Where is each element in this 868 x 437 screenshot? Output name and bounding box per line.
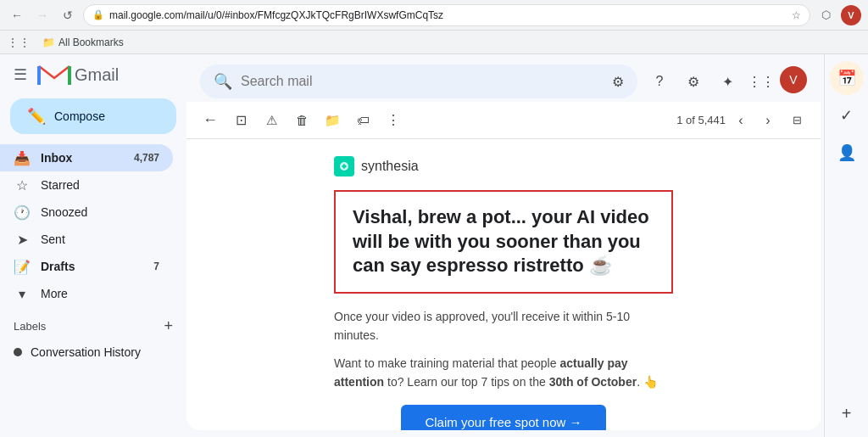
right-sidebar: 📅 ✓ 👤 + (824, 54, 868, 437)
inbox-icon: 📥 (14, 150, 31, 166)
search-bar[interactable]: 🔍 ⚙ (200, 64, 637, 98)
contacts-button[interactable]: 👤 (830, 136, 864, 170)
add-apps-button[interactable]: + (830, 396, 864, 430)
sent-label: Sent (41, 233, 65, 246)
menu-icon[interactable]: ☰ (14, 65, 27, 84)
label-button[interactable]: 🏷 (349, 107, 376, 134)
main-area: 🔍 ⚙ ? ⚙ ✦ ⋮⋮ V ← ⊡ ⚠ 🗑 📁 🏷 ⋮ 1 of 5,441 (186, 61, 821, 430)
cta-button[interactable]: Claim your free spot now → (401, 405, 605, 430)
svg-rect-1 (68, 66, 71, 85)
gmail-wordmark: Gmail (75, 65, 119, 85)
label-dot-icon (14, 348, 22, 356)
gmail-logo-svg (37, 63, 71, 87)
label-item-conversation-history[interactable]: Conversation History (0, 339, 173, 366)
email-toolbar: ← ⊡ ⚠ 🗑 📁 🏷 ⋮ 1 of 5,441 ‹ › ⊟ (186, 102, 821, 139)
compose-label: Compose (54, 109, 105, 123)
apps-icon[interactable]: ⋮⋮ (7, 36, 31, 49)
search-filter-icon[interactable]: ⚙ (612, 74, 624, 90)
drafts-label: Drafts (41, 260, 75, 273)
svg-rect-0 (37, 66, 41, 85)
more-label: More (41, 287, 68, 300)
bookmark-folder-icon: 📁 (42, 36, 55, 48)
address-bar[interactable]: 🔒 mail.google.com/mail/u/0/#inbox/FMfcgz… (83, 4, 810, 26)
body2-date: 30th of October (549, 375, 637, 389)
move-to-button[interactable]: 📁 (319, 107, 346, 134)
star-icon[interactable]: ☆ (792, 9, 801, 21)
snoozed-icon: 🕐 (14, 204, 31, 221)
body2-prefix: Want to make training material that peop… (334, 356, 559, 370)
nav-refresh-button[interactable]: ↺ (58, 5, 78, 25)
sidebar-item-snoozed[interactable]: 🕐 Snoozed (0, 199, 173, 226)
labels-title: Labels (14, 320, 46, 333)
synthesia-logo: synthesia (334, 156, 673, 176)
view-mode-button[interactable]: ⊟ (783, 109, 810, 132)
gmail-topbar: 🔍 ⚙ ? ⚙ ✦ ⋮⋮ V (186, 61, 821, 102)
inbox-count: 4,787 (134, 152, 159, 164)
bookmarks-bar: ⋮⋮ 📁 All Bookmarks (0, 31, 868, 54)
prev-email-button[interactable]: ‹ (729, 109, 753, 132)
body2-emoji: . 👆 (637, 375, 658, 389)
email-body: synthesia Vishal, brew a pot... your AI … (334, 156, 673, 430)
email-content: synthesia Vishal, brew a pot... your AI … (186, 139, 821, 430)
email-headline-box: Vishal, brew a pot... your AI video will… (334, 190, 673, 294)
starred-icon: ☆ (14, 177, 31, 193)
topbar-actions: ? ⚙ ✦ ⋮⋮ V (644, 66, 807, 97)
archive-button[interactable]: ⊡ (227, 107, 254, 134)
more-icon: ▾ (14, 286, 31, 302)
bookmarks-label: All Bookmarks (58, 36, 124, 48)
nav-back-button[interactable]: ← (7, 5, 27, 25)
extensions-button[interactable]: ⬡ (815, 5, 836, 25)
inbox-label: Inbox (41, 151, 72, 165)
email-headline-text: Vishal, brew a pot... your AI video will… (353, 206, 649, 276)
compose-button[interactable]: ✏️ Compose (10, 98, 176, 134)
back-to-inbox-button[interactable]: ← (197, 107, 224, 134)
user-avatar[interactable]: V (780, 66, 807, 93)
synthesia-icon-svg (337, 160, 351, 173)
email-count-display: 1 of 5,441 ‹ › ⊟ (676, 109, 810, 132)
lock-icon: 🔒 (92, 9, 104, 20)
drafts-count: 7 (153, 261, 159, 272)
body2-suffix: to? Learn our top 7 tips on the (384, 375, 549, 389)
app-layout: ☰ Gmail ✏️ Compose 📥 Inbox 4,787 ☆ (0, 54, 868, 437)
sidebar-item-sent[interactable]: ➤ Sent (0, 226, 173, 253)
add-label-icon[interactable]: + (164, 317, 173, 335)
gmail-header: ☰ Gmail (0, 54, 186, 95)
bookmarks-item-all[interactable]: 📁 All Bookmarks (37, 35, 129, 50)
labels-section-header: Labels + (0, 311, 186, 339)
more-options-button[interactable]: ⋮ (380, 107, 407, 134)
synthesia-icon (334, 156, 354, 176)
browser-avatar[interactable]: V (841, 5, 861, 25)
url-text: mail.google.com/mail/u/0/#inbox/FMfcgzQX… (109, 9, 787, 21)
ai-button[interactable]: ✦ (712, 66, 743, 97)
browser-chrome: ← → ↺ 🔒 mail.google.com/mail/u/0/#inbox/… (0, 0, 868, 31)
next-email-button[interactable]: › (756, 109, 780, 132)
sidebar-item-inbox[interactable]: 📥 Inbox 4,787 (0, 144, 173, 171)
sidebar-item-starred[interactable]: ☆ Starred (0, 171, 173, 199)
email-count-text: 1 of 5,441 (676, 114, 726, 126)
nav-forward-button[interactable]: → (32, 5, 53, 25)
apps-button[interactable]: ⋮⋮ (746, 66, 776, 97)
sidebar-item-drafts[interactable]: 📝 Drafts 7 (0, 253, 173, 280)
spam-button[interactable]: ⚠ (258, 107, 285, 134)
email-body-text-1: Once your video is approved, you'll rece… (334, 307, 673, 345)
search-icon: 🔍 (214, 72, 232, 91)
drafts-icon: 📝 (14, 259, 31, 275)
gmail-logo: Gmail (37, 63, 119, 87)
sidebar: ☰ Gmail ✏️ Compose 📥 Inbox 4,787 ☆ (0, 54, 186, 437)
search-input[interactable] (241, 74, 604, 89)
snoozed-label: Snoozed (41, 205, 87, 219)
starred-label: Starred (41, 178, 80, 192)
email-body-text-2: Want to make training material that peop… (334, 354, 673, 392)
label-conversation-history-text: Conversation History (31, 345, 141, 359)
settings-button[interactable]: ⚙ (678, 66, 709, 97)
delete-button[interactable]: 🗑 (288, 107, 315, 134)
tasks-button[interactable]: ✓ (830, 98, 864, 132)
synthesia-wordmark: synthesia (361, 159, 419, 174)
sidebar-item-more[interactable]: ▾ More (0, 280, 173, 307)
compose-edit-icon: ✏️ (27, 107, 46, 126)
calendar-button[interactable]: 📅 (830, 61, 864, 95)
sent-icon: ➤ (14, 232, 31, 248)
help-button[interactable]: ? (644, 66, 675, 97)
